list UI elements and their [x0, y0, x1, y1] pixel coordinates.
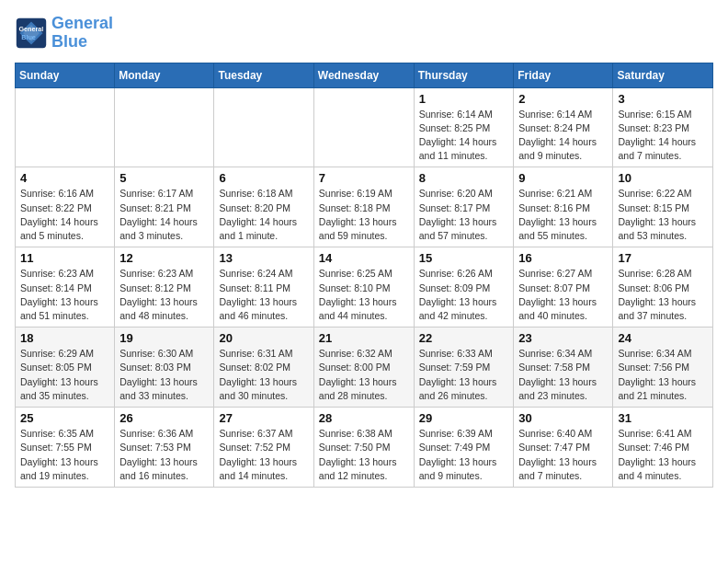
- calendar-cell: 17Sunrise: 6:28 AM Sunset: 8:06 PM Dayli…: [613, 247, 713, 327]
- calendar-cell: 19Sunrise: 6:30 AM Sunset: 8:03 PM Dayli…: [115, 327, 214, 408]
- calendar-cell: 30Sunrise: 6:40 AM Sunset: 7:47 PM Dayli…: [514, 408, 613, 488]
- calendar-cell: 27Sunrise: 6:37 AM Sunset: 7:52 PM Dayli…: [214, 408, 313, 488]
- calendar-header-friday: Friday: [514, 63, 613, 87]
- day-number: 27: [219, 411, 308, 425]
- day-detail: Sunrise: 6:23 AM Sunset: 8:14 PM Dayligh…: [20, 267, 109, 323]
- calendar-cell: 28Sunrise: 6:38 AM Sunset: 7:50 PM Dayli…: [313, 408, 414, 488]
- day-number: 6: [219, 171, 308, 185]
- day-number: 24: [618, 331, 708, 345]
- calendar-cell: 21Sunrise: 6:32 AM Sunset: 8:00 PM Dayli…: [313, 327, 414, 408]
- calendar-header-row: SundayMondayTuesdayWednesdayThursdayFrid…: [16, 63, 713, 87]
- page-header: General Blue GeneralBlue: [15, 15, 713, 52]
- day-detail: Sunrise: 6:28 AM Sunset: 8:06 PM Dayligh…: [618, 267, 708, 323]
- day-detail: Sunrise: 6:31 AM Sunset: 8:02 PM Dayligh…: [219, 347, 308, 403]
- logo-icon: General Blue: [15, 17, 48, 50]
- calendar-cell: 11Sunrise: 6:23 AM Sunset: 8:14 PM Dayli…: [16, 247, 115, 327]
- calendar-cell: [214, 87, 313, 167]
- day-detail: Sunrise: 6:14 AM Sunset: 8:25 PM Dayligh…: [419, 108, 509, 164]
- calendar-cell: 16Sunrise: 6:27 AM Sunset: 8:07 PM Dayli…: [514, 247, 613, 327]
- day-number: 31: [618, 411, 708, 425]
- calendar-cell: [313, 87, 414, 167]
- day-detail: Sunrise: 6:33 AM Sunset: 7:59 PM Dayligh…: [419, 347, 509, 403]
- logo-text: GeneralBlue: [51, 15, 113, 52]
- day-number: 12: [119, 251, 209, 265]
- day-number: 25: [20, 411, 109, 425]
- calendar-week-row: 4Sunrise: 6:16 AM Sunset: 8:22 PM Daylig…: [16, 167, 713, 247]
- logo: General Blue GeneralBlue: [15, 15, 113, 52]
- day-detail: Sunrise: 6:27 AM Sunset: 8:07 PM Dayligh…: [518, 267, 608, 323]
- calendar-table: SundayMondayTuesdayWednesdayThursdayFrid…: [15, 63, 713, 488]
- calendar-cell: 15Sunrise: 6:26 AM Sunset: 8:09 PM Dayli…: [414, 247, 514, 327]
- calendar-cell: 13Sunrise: 6:24 AM Sunset: 8:11 PM Dayli…: [214, 247, 313, 327]
- day-detail: Sunrise: 6:17 AM Sunset: 8:21 PM Dayligh…: [119, 187, 209, 243]
- calendar-cell: 24Sunrise: 6:34 AM Sunset: 7:56 PM Dayli…: [613, 327, 713, 408]
- calendar-cell: 23Sunrise: 6:34 AM Sunset: 7:58 PM Dayli…: [514, 327, 613, 408]
- calendar-cell: 10Sunrise: 6:22 AM Sunset: 8:15 PM Dayli…: [613, 167, 713, 247]
- day-detail: Sunrise: 6:30 AM Sunset: 8:03 PM Dayligh…: [119, 347, 209, 403]
- day-number: 3: [618, 92, 708, 106]
- day-detail: Sunrise: 6:20 AM Sunset: 8:17 PM Dayligh…: [419, 187, 509, 243]
- day-number: 19: [119, 331, 209, 345]
- calendar-header-wednesday: Wednesday: [313, 63, 414, 87]
- day-number: 8: [419, 171, 509, 185]
- day-number: 16: [518, 251, 608, 265]
- day-number: 29: [419, 411, 509, 425]
- calendar-week-row: 1Sunrise: 6:14 AM Sunset: 8:25 PM Daylig…: [16, 87, 713, 167]
- calendar-cell: [16, 87, 115, 167]
- calendar-cell: 2Sunrise: 6:14 AM Sunset: 8:24 PM Daylig…: [514, 87, 613, 167]
- calendar-cell: 14Sunrise: 6:25 AM Sunset: 8:10 PM Dayli…: [313, 247, 414, 327]
- day-number: 10: [618, 171, 708, 185]
- day-detail: Sunrise: 6:35 AM Sunset: 7:55 PM Dayligh…: [20, 427, 109, 483]
- day-detail: Sunrise: 6:32 AM Sunset: 8:00 PM Dayligh…: [319, 347, 409, 403]
- calendar-header-saturday: Saturday: [613, 63, 713, 87]
- day-detail: Sunrise: 6:37 AM Sunset: 7:52 PM Dayligh…: [219, 427, 308, 483]
- day-number: 13: [219, 251, 308, 265]
- day-detail: Sunrise: 6:19 AM Sunset: 8:18 PM Dayligh…: [319, 187, 409, 243]
- day-number: 5: [119, 171, 209, 185]
- day-number: 1: [419, 92, 509, 106]
- day-number: 23: [518, 331, 608, 345]
- svg-text:General: General: [19, 25, 44, 33]
- calendar-cell: 20Sunrise: 6:31 AM Sunset: 8:02 PM Dayli…: [214, 327, 313, 408]
- calendar-header-monday: Monday: [115, 63, 214, 87]
- day-number: 17: [618, 251, 708, 265]
- calendar-header-sunday: Sunday: [16, 63, 115, 87]
- day-detail: Sunrise: 6:34 AM Sunset: 7:56 PM Dayligh…: [618, 347, 708, 403]
- day-detail: Sunrise: 6:18 AM Sunset: 8:20 PM Dayligh…: [219, 187, 308, 243]
- day-number: 15: [419, 251, 509, 265]
- calendar-cell: 29Sunrise: 6:39 AM Sunset: 7:49 PM Dayli…: [414, 408, 514, 488]
- day-detail: Sunrise: 6:40 AM Sunset: 7:47 PM Dayligh…: [518, 427, 608, 483]
- calendar-cell: 3Sunrise: 6:15 AM Sunset: 8:23 PM Daylig…: [613, 87, 713, 167]
- day-number: 18: [20, 331, 109, 345]
- day-detail: Sunrise: 6:14 AM Sunset: 8:24 PM Dayligh…: [518, 108, 608, 164]
- day-detail: Sunrise: 6:16 AM Sunset: 8:22 PM Dayligh…: [20, 187, 109, 243]
- calendar-cell: 4Sunrise: 6:16 AM Sunset: 8:22 PM Daylig…: [16, 167, 115, 247]
- day-detail: Sunrise: 6:29 AM Sunset: 8:05 PM Dayligh…: [20, 347, 109, 403]
- day-detail: Sunrise: 6:36 AM Sunset: 7:53 PM Dayligh…: [119, 427, 209, 483]
- day-detail: Sunrise: 6:26 AM Sunset: 8:09 PM Dayligh…: [419, 267, 509, 323]
- day-detail: Sunrise: 6:38 AM Sunset: 7:50 PM Dayligh…: [319, 427, 409, 483]
- day-number: 2: [518, 92, 608, 106]
- calendar-cell: 6Sunrise: 6:18 AM Sunset: 8:20 PM Daylig…: [214, 167, 313, 247]
- day-detail: Sunrise: 6:39 AM Sunset: 7:49 PM Dayligh…: [419, 427, 509, 483]
- calendar-cell: 31Sunrise: 6:41 AM Sunset: 7:46 PM Dayli…: [613, 408, 713, 488]
- day-number: 21: [319, 331, 409, 345]
- calendar-cell: 22Sunrise: 6:33 AM Sunset: 7:59 PM Dayli…: [414, 327, 514, 408]
- day-detail: Sunrise: 6:23 AM Sunset: 8:12 PM Dayligh…: [119, 267, 209, 323]
- day-number: 11: [20, 251, 109, 265]
- day-detail: Sunrise: 6:22 AM Sunset: 8:15 PM Dayligh…: [618, 187, 708, 243]
- calendar-header-thursday: Thursday: [414, 63, 514, 87]
- calendar-header-tuesday: Tuesday: [214, 63, 313, 87]
- svg-text:Blue: Blue: [21, 33, 36, 41]
- day-number: 9: [518, 171, 608, 185]
- calendar-cell: 18Sunrise: 6:29 AM Sunset: 8:05 PM Dayli…: [16, 327, 115, 408]
- calendar-cell: 26Sunrise: 6:36 AM Sunset: 7:53 PM Dayli…: [115, 408, 214, 488]
- calendar-cell: 12Sunrise: 6:23 AM Sunset: 8:12 PM Dayli…: [115, 247, 214, 327]
- calendar-cell: 7Sunrise: 6:19 AM Sunset: 8:18 PM Daylig…: [313, 167, 414, 247]
- day-number: 14: [319, 251, 409, 265]
- day-number: 4: [20, 171, 109, 185]
- day-detail: Sunrise: 6:21 AM Sunset: 8:16 PM Dayligh…: [518, 187, 608, 243]
- calendar-cell: [115, 87, 214, 167]
- day-number: 22: [419, 331, 509, 345]
- calendar-week-row: 25Sunrise: 6:35 AM Sunset: 7:55 PM Dayli…: [16, 408, 713, 488]
